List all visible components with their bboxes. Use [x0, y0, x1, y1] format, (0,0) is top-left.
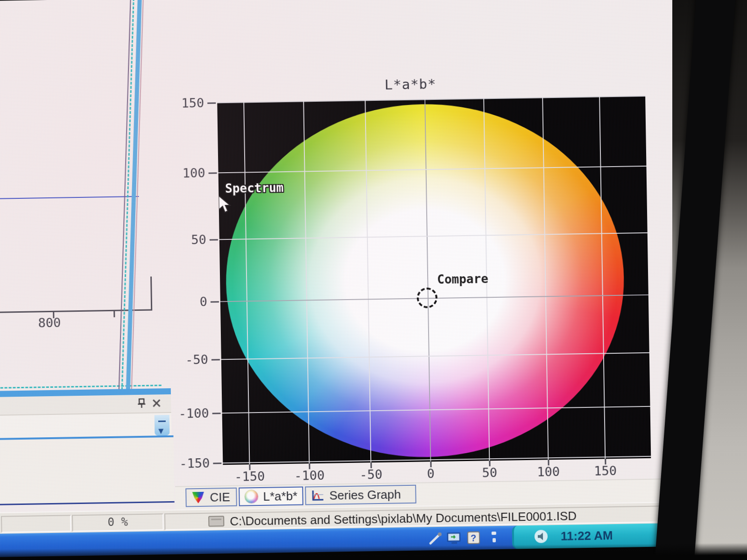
tab-label: L*a*b*	[263, 489, 297, 504]
gridline-vertical	[599, 96, 606, 459]
compare-series-label: Compare	[437, 272, 488, 287]
cursor-arrow-icon	[218, 196, 234, 215]
x-tick-label: 150	[579, 463, 631, 478]
x-tick-label: 0	[405, 466, 457, 481]
gridline-horizontal	[217, 96, 645, 103]
pin-icon[interactable]	[135, 398, 148, 410]
tab-label: Series Graph	[329, 487, 401, 503]
gridline-vertical	[542, 97, 549, 460]
x-tick-label: -100	[284, 468, 335, 483]
chevron-down-icon[interactable]: ▾	[155, 415, 170, 435]
x-tick-mark	[548, 460, 549, 465]
left-chart-x-tick-label: 800	[38, 315, 61, 330]
mini-glyphs-icon[interactable]	[487, 531, 502, 545]
volume-icon[interactable]	[534, 529, 549, 544]
dock-panel-toolbar-row: ▾	[0, 413, 171, 438]
svg-text:?: ?	[471, 533, 477, 543]
left-chart-pane: 800	[0, 0, 693, 1]
y-tick-mark	[213, 462, 221, 464]
gridline-vertical	[424, 99, 431, 462]
axis-ticks	[0, 0, 693, 1]
x-tick-mark	[489, 461, 490, 466]
y-tick-mark	[212, 413, 221, 414]
display-icon[interactable]	[447, 531, 462, 545]
y-tick-mark	[211, 359, 220, 360]
lab-color-plot[interactable]: Spectrum Compare	[217, 96, 651, 465]
status-section-empty	[1, 515, 71, 532]
file-icon	[208, 516, 224, 527]
status-progress: 0 %	[72, 513, 164, 532]
gridline-vertical	[303, 101, 310, 463]
gridline-horizontal	[221, 352, 649, 360]
x-tick-label: 100	[522, 464, 574, 479]
y-tick-label: 150	[161, 96, 204, 111]
x-axis-labels: -150-100-50050100150	[0, 0, 693, 1]
gridline-horizontal	[223, 456, 651, 463]
tab-series-graph[interactable]: Series Graph	[305, 485, 416, 505]
gridline-vertical	[365, 100, 371, 462]
y-axis-labels: 150100500-50-100-150	[0, 0, 693, 1]
close-icon[interactable]	[150, 397, 162, 409]
x-tick-mark	[430, 462, 431, 467]
gridline-horizontal	[222, 406, 650, 413]
left-chart-frame	[150, 277, 152, 310]
cie-color-triangle-icon	[191, 490, 205, 504]
tab-lab[interactable]: L*a*b*	[239, 487, 303, 506]
plot-gridlines	[217, 96, 651, 465]
y-tick-label: 50	[163, 232, 206, 247]
clock[interactable]: 11:22 AM	[561, 528, 613, 544]
color-sphere-icon	[244, 490, 258, 504]
x-tick-mark	[605, 459, 606, 464]
y-tick-mark	[209, 172, 217, 174]
tool-icon[interactable]	[428, 532, 443, 546]
y-tick-mark	[211, 301, 219, 302]
dock-panel-header	[0, 394, 171, 416]
x-tick-label: 50	[464, 465, 515, 480]
y-tick-label: -50	[165, 352, 208, 367]
chart-title: L*a*b*	[384, 76, 436, 93]
y-tick-mark	[207, 102, 216, 104]
help-icon[interactable]: ?	[466, 531, 481, 545]
x-tick-label: -50	[345, 467, 397, 482]
series-graph-icon	[310, 489, 324, 502]
y-tick-mark	[210, 239, 218, 240]
y-tick-label: 0	[164, 294, 207, 309]
dock-panel-content	[0, 437, 175, 505]
spectrum-series-label: Spectrum	[225, 181, 284, 196]
tab-label: CIE	[210, 490, 230, 504]
y-tick-label: 100	[162, 166, 205, 181]
gridline-vertical	[243, 102, 250, 464]
monitor-photo: 800 L*a*b* 150100500-50-100-150 -150-100…	[0, 0, 747, 560]
left-chart-series-line	[0, 196, 139, 199]
x-tick-label: -150	[224, 469, 275, 484]
left-chart-tick	[113, 311, 115, 317]
y-tick-label: -100	[166, 406, 209, 421]
x-tick-mark	[309, 463, 310, 469]
tab-cie[interactable]: CIE	[185, 488, 237, 507]
gridline-horizontal	[219, 232, 648, 240]
x-tick-mark	[249, 464, 250, 470]
x-tick-mark	[370, 462, 372, 468]
gridline-horizontal	[218, 166, 647, 173]
application-screen: 800 L*a*b* 150100500-50-100-150 -150-100…	[0, 0, 703, 557]
